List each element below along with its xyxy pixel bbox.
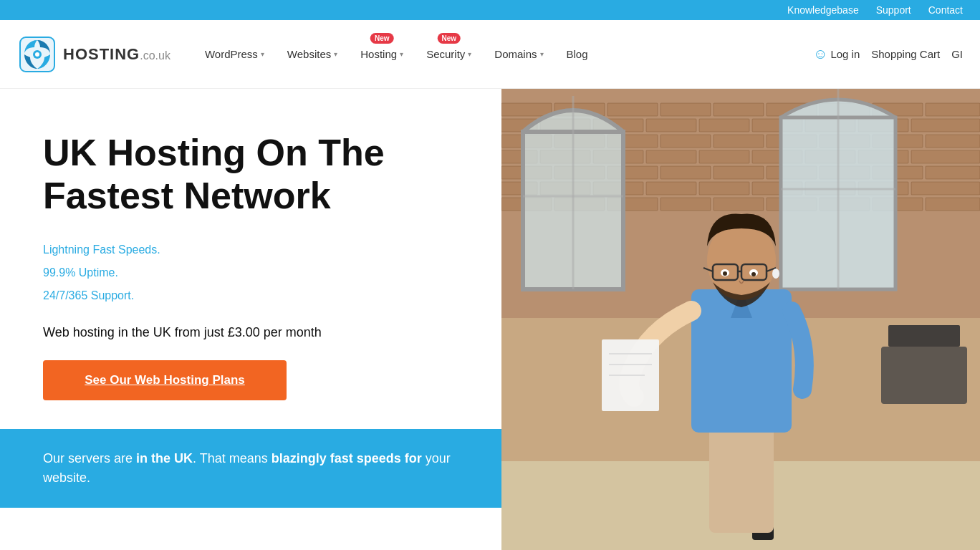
login-link[interactable]: ☺ Log in (813, 46, 860, 62)
svg-rect-63 (714, 198, 764, 211)
svg-rect-35 (646, 150, 696, 163)
svg-rect-22 (911, 119, 980, 132)
svg-rect-31 (926, 135, 980, 148)
cta-button[interactable]: See Our Web Hosting Plans (43, 360, 287, 400)
logo-icon (17, 34, 57, 74)
contact-link[interactable]: Contact (928, 4, 963, 16)
svg-rect-7 (607, 103, 658, 116)
svg-rect-27 (714, 135, 764, 148)
nav-item-domains[interactable]: Domains ▾ (483, 20, 554, 89)
svg-rect-9 (714, 103, 764, 116)
svg-rect-26 (660, 135, 711, 148)
chevron-down-icon: ▾ (468, 50, 471, 58)
hero-illustration (501, 89, 980, 550)
svg-rect-36 (699, 150, 749, 163)
banner-text-2: . That means (193, 451, 272, 465)
svg-rect-77 (881, 347, 967, 404)
hero-features: Lightning Fast Speeds. 99.9% Uptime. 24/… (43, 243, 473, 302)
security-new-badge: New (437, 33, 461, 44)
gi-link[interactable]: GI (951, 48, 963, 60)
feature-support: 24/7/365 Support. (43, 289, 473, 302)
svg-rect-81 (709, 418, 774, 533)
svg-rect-78 (888, 325, 960, 347)
nav-item-hosting[interactable]: New Hosting ▾ (349, 20, 415, 89)
logo-text: HOSTING.co.uk (63, 45, 170, 64)
nav-item-wordpress[interactable]: WordPress ▾ (193, 20, 276, 89)
hero-image (501, 89, 980, 550)
svg-point-98 (772, 269, 779, 279)
banner-bold-speed: blazingly fast speeds for (272, 451, 422, 465)
svg-rect-40 (911, 150, 980, 163)
hosting-new-badge: New (370, 33, 394, 44)
support-link[interactable]: Support (876, 4, 911, 16)
svg-point-97 (751, 272, 756, 276)
banner-text-1: Our servers are (43, 451, 136, 465)
svg-rect-8 (660, 103, 711, 116)
svg-rect-18 (699, 119, 749, 132)
chevron-down-icon: ▾ (261, 50, 264, 58)
hero-price: Web hosting in the UK from just £3.00 pe… (43, 325, 473, 340)
knowledgebase-link[interactable]: Knowledgebase (787, 4, 859, 16)
feature-uptime: 99.9% Uptime. (43, 266, 473, 279)
user-icon: ☺ (813, 46, 827, 62)
svg-rect-45 (714, 166, 764, 179)
hero-section: UK Hosting On The Fastest Network Lightn… (0, 89, 980, 550)
hero-banner: Our servers are in the UK. That means bl… (0, 429, 501, 508)
chevron-down-icon: ▾ (400, 50, 403, 58)
svg-rect-49 (926, 166, 980, 179)
svg-rect-17 (646, 119, 696, 132)
chevron-down-icon: ▾ (540, 50, 544, 58)
svg-rect-44 (660, 166, 711, 179)
nav-item-security[interactable]: New Security ▾ (415, 20, 483, 89)
hero-title: UK Hosting On The Fastest Network (43, 132, 473, 218)
svg-rect-54 (699, 182, 749, 195)
hero-left: UK Hosting On The Fastest Network Lightn… (0, 89, 501, 429)
logo[interactable]: HOSTING.co.uk (17, 34, 170, 74)
nav-right: ☺ Log in Shopping Cart GI (813, 46, 963, 62)
svg-rect-67 (926, 198, 980, 211)
nav-items: WordPress ▾ Websites ▾ New Hosting ▾ New… (193, 20, 813, 89)
top-bar: Knowledgebase Support Contact (0, 0, 980, 20)
nav-item-blog[interactable]: Blog (555, 20, 600, 89)
svg-point-2 (35, 52, 39, 57)
navbar: HOSTING.co.uk WordPress ▾ Websites ▾ New… (0, 20, 980, 89)
svg-rect-5 (501, 103, 552, 116)
svg-point-96 (723, 271, 727, 276)
svg-rect-62 (660, 198, 711, 211)
svg-rect-53 (646, 182, 696, 195)
shopping-cart-link[interactable]: Shopping Cart (871, 48, 940, 60)
svg-rect-13 (926, 103, 980, 116)
feature-speed: Lightning Fast Speeds. (43, 243, 473, 256)
svg-rect-58 (911, 182, 980, 195)
nav-item-websites[interactable]: Websites ▾ (276, 20, 349, 89)
chevron-down-icon: ▾ (334, 50, 337, 58)
banner-bold-uk: in the UK (136, 451, 193, 465)
